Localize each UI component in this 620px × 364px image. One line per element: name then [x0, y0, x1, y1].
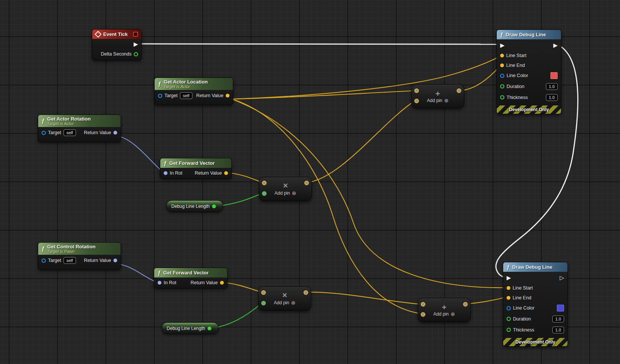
add-input-a-pin[interactable]	[421, 302, 425, 307]
line-end-pin[interactable]	[507, 296, 510, 300]
node-get-forward-vector-2[interactable]: ƒ Get Forward Vector In Rot Return Value	[154, 268, 228, 288]
exec-out-pin[interactable]: ▷	[560, 275, 564, 280]
event-badge-icon[interactable]	[133, 32, 138, 37]
return-value-pin[interactable]	[220, 281, 224, 285]
line-color-pin[interactable]	[507, 306, 511, 310]
thickness-input[interactable]: 1.0	[546, 94, 558, 101]
function-icon: ƒ	[42, 246, 45, 252]
node-add-2[interactable]: + Add pin ⊕	[418, 298, 471, 322]
in-rot-pin[interactable]	[158, 281, 161, 285]
thickness-pin[interactable]	[507, 328, 511, 332]
multiply-icon: ✕	[283, 183, 288, 189]
duration-pin[interactable]	[507, 317, 511, 321]
add-pin-label[interactable]: Add pin	[274, 300, 289, 305]
node-debug-line-length-2[interactable]: Debug Line Length	[162, 322, 219, 334]
return-value-pin[interactable]	[113, 131, 117, 135]
duration-input[interactable]: 1.0	[552, 316, 564, 322]
duration-pin[interactable]	[500, 84, 504, 88]
thickness-pin[interactable]	[500, 95, 504, 99]
line-color-swatch[interactable]	[557, 305, 564, 311]
line-color-pin[interactable]	[500, 74, 504, 78]
wire-add1-to-lineend1	[460, 65, 501, 91]
node-subtitle: Target is Actor	[47, 121, 91, 126]
multiply-input-b-pin[interactable]	[261, 301, 266, 305]
add-icon: +	[442, 303, 446, 311]
node-title: Get Actor Location	[164, 79, 208, 85]
wire-location-to-add1	[232, 91, 415, 99]
pin-label: Line Color	[513, 305, 535, 311]
return-value-pin[interactable]	[224, 171, 228, 175]
multiply-input-b-pin[interactable]	[262, 191, 267, 196]
node-event-tick[interactable]: Event Tick ▶ Delta Seconds	[92, 29, 142, 60]
line-color-swatch[interactable]	[550, 72, 558, 79]
multiply-output-pin[interactable]	[304, 290, 308, 295]
node-multiply-1[interactable]: ✕ Add pin ⊕	[259, 177, 312, 201]
pin-label: Return Value	[195, 170, 222, 176]
add-input-b-pin[interactable]	[414, 99, 419, 103]
node-header: ƒ Get Forward Vector	[154, 268, 227, 277]
node-debug-line-length-1[interactable]: Debug Line Length	[166, 200, 223, 212]
node-subtitle: Target is Actor	[164, 84, 208, 89]
add-output-pin[interactable]	[463, 302, 468, 307]
pin-label: Return Value	[191, 280, 218, 285]
target-pin[interactable]	[158, 94, 162, 98]
node-get-actor-rotation[interactable]: ƒ Get Actor Rotation Target is Actor Tar…	[38, 115, 121, 142]
self-box[interactable]: self	[64, 129, 76, 136]
variable-output-pin[interactable]	[208, 327, 211, 330]
event-icon	[95, 31, 101, 37]
node-title: Draw Debug Line	[512, 264, 552, 270]
exec-in-pin[interactable]: ▶	[507, 275, 511, 280]
function-icon: ƒ	[164, 160, 167, 166]
multiply-input-a-pin[interactable]	[261, 290, 266, 295]
add-pin-label[interactable]: Add pin	[433, 311, 449, 317]
node-draw-debug-line-1[interactable]: ƒ Draw Debug Line ▶ ▶ Line Start Line En…	[496, 29, 561, 114]
wire-multiply1-to-add1	[307, 101, 415, 183]
exec-in-pin[interactable]: ▶	[500, 42, 505, 48]
node-get-forward-vector-1[interactable]: ƒ Get Forward Vector In Rot Return Value	[160, 158, 232, 179]
exec-out-pin[interactable]: ▶	[133, 41, 138, 47]
add-pin-label[interactable]: Add pin	[427, 98, 442, 103]
return-value-pin[interactable]	[113, 259, 117, 262]
multiply-input-a-pin[interactable]	[262, 181, 267, 185]
in-rot-pin[interactable]	[164, 171, 167, 175]
add-pin-icon[interactable]: ⊕	[444, 98, 449, 103]
add-pin-icon[interactable]: ⊕	[291, 300, 296, 305]
add-input-a-pin[interactable]	[414, 88, 419, 93]
target-pin[interactable]	[42, 131, 46, 135]
pin-label: Line Start	[506, 53, 527, 58]
pin-label: Duration	[513, 316, 531, 322]
thickness-input[interactable]: 1.0	[552, 327, 564, 333]
self-box[interactable]: self	[64, 257, 76, 264]
node-multiply-2[interactable]: ✕ Add pin ⊕	[258, 287, 311, 311]
line-end-pin[interactable]	[500, 64, 504, 67]
pin-label: Return Value	[84, 130, 111, 135]
duration-input[interactable]: 1.0	[546, 83, 558, 90]
line-start-pin[interactable]	[500, 54, 504, 57]
wire-length1-to-multiply1	[217, 194, 262, 206]
exec-out-pin[interactable]: ▶	[553, 42, 558, 48]
node-add-1[interactable]: + Add pin ⊕	[411, 84, 464, 108]
multiply-icon: ✕	[282, 292, 287, 299]
self-box[interactable]: self	[180, 92, 192, 99]
add-output-pin[interactable]	[457, 88, 461, 93]
add-pin-label[interactable]: Add pin	[274, 191, 290, 196]
pin-label: In Rot	[170, 170, 182, 176]
add-input-b-pin[interactable]	[421, 312, 425, 317]
pin-label: Line End	[513, 295, 531, 300]
graph-canvas[interactable]: Event Tick ▶ Delta Seconds ƒ Get Actor L…	[0, 0, 620, 364]
node-subtitle: Target is Pawn	[47, 249, 96, 254]
variable-output-pin[interactable]	[212, 204, 216, 208]
node-draw-debug-line-2[interactable]: ƒ Draw Debug Line ▶ ▷ Line Start Line En…	[503, 262, 568, 347]
line-start-pin[interactable]	[507, 286, 510, 290]
add-pin-icon[interactable]: ⊕	[292, 191, 296, 196]
wire-forwardvector1-to-multiply1	[227, 173, 262, 183]
add-pin-icon[interactable]: ⊕	[451, 311, 455, 317]
delta-seconds-pin[interactable]	[134, 52, 138, 56]
node-get-control-rotation[interactable]: ƒ Get Control Rotation Target is Pawn Ta…	[38, 242, 121, 270]
return-value-pin[interactable]	[226, 94, 229, 98]
target-pin[interactable]	[42, 259, 46, 263]
node-get-actor-location[interactable]: ƒ Get Actor Location Target is Actor Tar…	[154, 77, 233, 105]
multiply-output-pin[interactable]	[304, 181, 309, 185]
add-icon: +	[436, 90, 440, 98]
function-icon: ƒ	[500, 32, 503, 38]
